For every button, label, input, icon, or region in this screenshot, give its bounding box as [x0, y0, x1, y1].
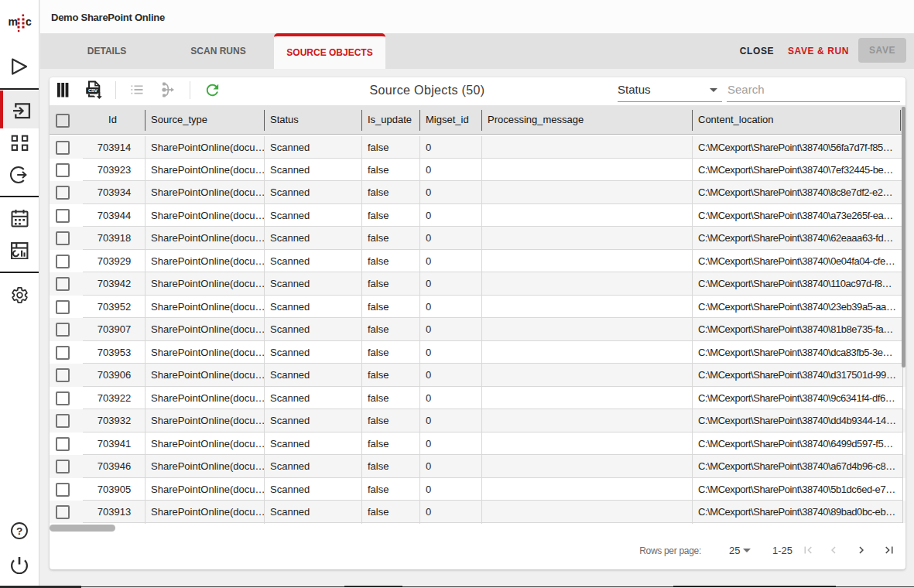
svg-text:?: ? — [16, 525, 22, 537]
svg-text:CSV: CSV — [88, 87, 98, 93]
